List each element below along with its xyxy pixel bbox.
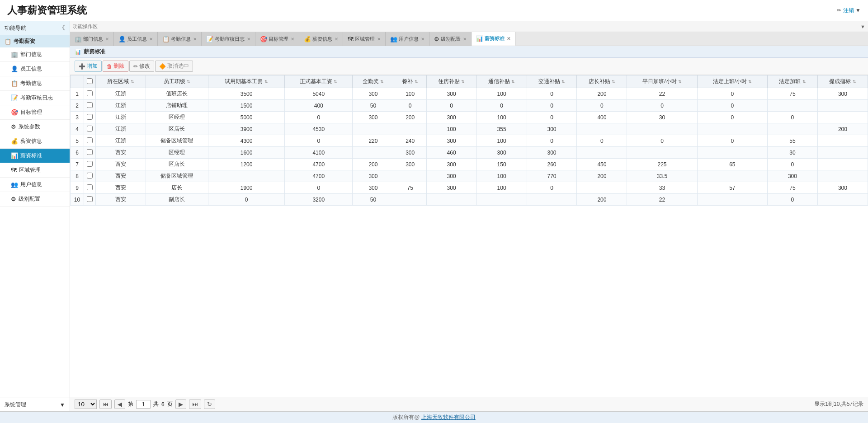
row-checkbox[interactable] [87, 114, 93, 120]
row-check[interactable] [84, 182, 96, 194]
salarystandard-icon: 📊 [11, 152, 18, 159]
col-legal-ot[interactable]: 法定加班 ⇅ [767, 75, 817, 88]
page-display-info: 显示1到10,共57记录 [814, 400, 863, 408]
sidebar-item-audit[interactable]: 📝 考勤审核日志 [0, 91, 70, 105]
tab-userinfo-close[interactable]: ✕ [421, 37, 425, 42]
delete-button[interactable]: 🗑 删除 [103, 61, 128, 72]
tab-att-close[interactable]: ✕ [193, 37, 197, 42]
row-check[interactable] [84, 170, 96, 182]
row-check[interactable] [84, 159, 96, 170]
row-checkbox[interactable] [87, 184, 93, 190]
row-check[interactable] [84, 123, 96, 135]
page-size-select[interactable]: 10 20 50 100 [75, 400, 97, 409]
tab-region[interactable]: 🗺 区域管理 ✕ [343, 32, 386, 46]
tab-region-close[interactable]: ✕ [377, 37, 381, 42]
row-check[interactable] [84, 100, 96, 112]
col-check[interactable] [84, 75, 96, 88]
row-checkbox[interactable] [87, 161, 93, 167]
sidebar-item-employee[interactable]: 👤 员工信息 [0, 62, 70, 76]
table-row: 8 西安 储备区域管理 4700 300 300 100 770 200 33.… [71, 170, 868, 182]
sidebar-item-dept[interactable]: 🏢 部门信息 [0, 47, 70, 62]
tab-salstd-close[interactable]: ✕ [507, 36, 510, 41]
sidebar-item-salary[interactable]: 💰 薪资信息 [0, 134, 70, 149]
tab-audit[interactable]: 📝 考勤审核日志 ✕ [202, 32, 255, 46]
col-comm[interactable]: 通信补贴 ⇅ [476, 75, 527, 88]
sidebar-collapse-btn[interactable]: 《 [59, 24, 65, 32]
col-meal[interactable]: 餐补 ⇅ [394, 75, 426, 88]
row-check[interactable] [84, 135, 96, 147]
row-checkbox[interactable] [87, 196, 93, 202]
cell-formal: 4530 [285, 123, 353, 135]
tab-levelconf-label: 级别配置 [441, 36, 461, 42]
sidebar-item-level-label: 级别配置 [19, 195, 40, 203]
cell-meal: 200 [394, 112, 426, 123]
refresh-btn[interactable]: ↻ [204, 400, 215, 409]
col-fullwork[interactable]: 全勤奖 ⇅ [353, 75, 394, 88]
select-all-checkbox[interactable] [87, 78, 93, 84]
sidebar-item-target[interactable]: 🎯 目标管理 [0, 105, 70, 120]
cell-fullwork [353, 123, 394, 135]
footer-company[interactable]: 上海天牧软件有限公司 [421, 414, 476, 420]
row-check[interactable] [84, 194, 96, 206]
row-check[interactable] [84, 112, 96, 123]
col-legal-work[interactable]: 法定上班/小时 ⇅ [697, 75, 767, 88]
tab-audit-icon: 📝 [206, 36, 213, 42]
sidebar-item-level[interactable]: ⚙ 级别配置 [0, 192, 70, 207]
row-checkbox[interactable] [87, 137, 93, 143]
col-manager[interactable]: 店长补贴 ⇅ [577, 75, 627, 88]
cancel-select-button[interactable]: 🔶 取消选中 [155, 61, 193, 72]
edit-button[interactable]: ✏ 修改 [129, 61, 154, 72]
tab-salstd[interactable]: 📊 薪资标准 ✕ [472, 32, 515, 46]
cell-comm: 0 [476, 100, 527, 112]
add-button[interactable]: ➕ 增加 [75, 61, 102, 72]
sidebar-item-user[interactable]: 👥 用户信息 [0, 178, 70, 192]
last-page-btn[interactable]: ⏭ [189, 400, 201, 409]
row-check[interactable] [84, 88, 96, 100]
row-checkbox[interactable] [87, 102, 93, 108]
row-check[interactable] [84, 147, 96, 159]
tab-audit-close[interactable]: ✕ [247, 37, 250, 42]
sort-housing-icon: ⇅ [461, 80, 465, 84]
tab-dept[interactable]: 🏢 部门信息 ✕ [70, 32, 114, 46]
col-level[interactable]: 员工职级 ⇅ [146, 75, 208, 88]
sidebar-item-attendance[interactable]: 📋 考勤信息 [0, 76, 70, 91]
tab-userinfo[interactable]: 👥 用户信息 ✕ [386, 32, 429, 46]
cell-legal-work: 65 [697, 159, 767, 170]
cell-comm: 100 [476, 135, 527, 147]
col-trial[interactable]: 试用期基本工资 ⇅ [208, 75, 284, 88]
tab-userinfo-label: 用户信息 [399, 36, 419, 42]
col-housing[interactable]: 住房补贴 ⇅ [426, 75, 476, 88]
col-region[interactable]: 所在区域 ⇅ [96, 75, 146, 88]
row-checkbox[interactable] [87, 149, 93, 155]
row-checkbox[interactable] [87, 126, 93, 132]
tab-levelconf-close[interactable]: ✕ [463, 37, 467, 42]
col-commission[interactable]: 提成指标 ⇅ [817, 75, 868, 88]
cell-legal-work [697, 123, 767, 135]
sidebar-item-sysparam[interactable]: ⚙ 系统参数 [0, 120, 70, 134]
col-traffic[interactable]: 交通补贴 ⇅ [527, 75, 577, 88]
next-page-btn[interactable]: ▶ [175, 400, 186, 409]
sidebar-item-region[interactable]: 🗺 区域管理 [0, 163, 70, 178]
col-workday-ot[interactable]: 平日加班/小时 ⇅ [627, 75, 697, 88]
first-page-btn[interactable]: ⏮ [99, 400, 112, 409]
tab-salinfo[interactable]: 💰 薪资信息 ✕ [299, 32, 343, 46]
tab-dept-close[interactable]: ✕ [105, 37, 109, 42]
prev-page-btn[interactable]: ◀ [114, 400, 125, 409]
cell-legal-work [697, 194, 767, 206]
row-checkbox[interactable] [87, 90, 93, 96]
tab-emp[interactable]: 👤 员工信息 ✕ [114, 32, 158, 46]
system-manage-btn[interactable]: 系统管理 ▼ [0, 398, 70, 411]
row-checkbox[interactable] [87, 173, 93, 179]
tab-salinfo-close[interactable]: ✕ [335, 37, 338, 42]
sidebar-header-label: 功能导航 [5, 24, 26, 32]
tab-levelconf[interactable]: ⚙ 级别配置 ✕ [429, 32, 472, 46]
col-formal[interactable]: 正式基本工资 ⇅ [285, 75, 353, 88]
tab-target-close[interactable]: ✕ [291, 37, 294, 42]
tab-att[interactable]: 📋 考勤信息 ✕ [158, 32, 202, 46]
tab-emp-close[interactable]: ✕ [149, 37, 153, 42]
tab-target[interactable]: 🎯 目标管理 ✕ [255, 32, 299, 46]
tabs-more-arrow[interactable]: ▼ [860, 24, 865, 29]
sidebar-item-salarystandard[interactable]: 📊 薪资标准 [0, 149, 70, 163]
logout-area[interactable]: ✏ 注销 ▼ [837, 7, 861, 14]
page-input[interactable] [136, 400, 151, 409]
